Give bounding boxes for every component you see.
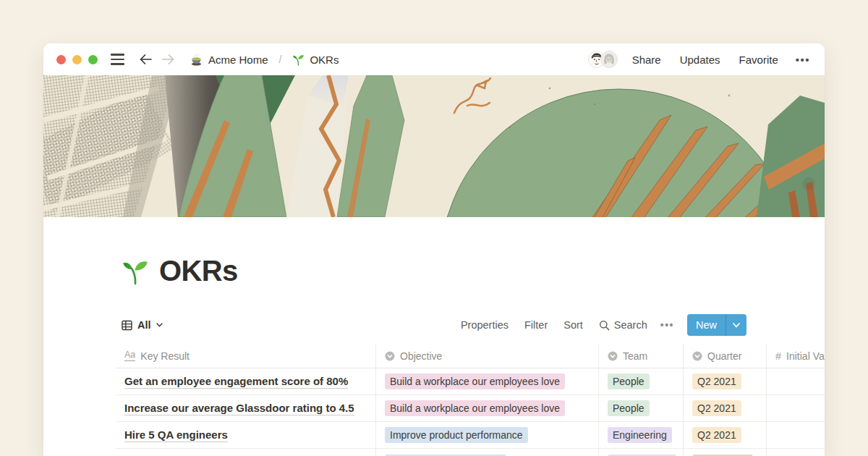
table-header-row: Aa Key Result Objective Team Quarter #	[116, 344, 825, 368]
forward-arrow-icon[interactable]	[161, 54, 175, 65]
quarter-tag[interactable]: Q2 2021	[692, 427, 741, 443]
select-property-icon	[692, 351, 702, 361]
key-result-cell[interactable]	[116, 449, 376, 456]
seedling-icon	[292, 54, 305, 66]
number-property-icon: #	[775, 350, 781, 362]
search-icon	[599, 320, 610, 331]
objective-tag[interactable]: Build a workplace our employees love	[385, 400, 565, 416]
column-header-initial-value[interactable]: # Initial Value	[767, 344, 825, 368]
key-result-cell[interactable]: Increase our average Glassdoor rating to…	[116, 395, 376, 421]
initial-value-cell[interactable]	[767, 395, 825, 421]
team-cell[interactable]: People	[599, 395, 684, 421]
column-label: Key Result	[140, 350, 190, 362]
window-topbar: Acme Home / OKRs	[43, 43, 825, 75]
column-header-team[interactable]: Team	[599, 344, 684, 368]
select-property-icon	[608, 351, 618, 361]
column-header-key-result[interactable]: Aa Key Result	[116, 344, 376, 368]
quarter-tag[interactable]: Q2 2021	[692, 400, 741, 416]
teacup-icon	[190, 53, 203, 67]
column-header-quarter[interactable]: Quarter	[684, 344, 767, 368]
view-tab-label: All	[137, 319, 151, 331]
updates-button[interactable]: Updates	[680, 54, 720, 66]
breadcrumb-page-label[interactable]: OKRs	[310, 54, 339, 66]
table-row: Increase our average Glassdoor rating to…	[116, 395, 825, 422]
key-result-cell[interactable]: Hire 5 QA engineers	[116, 422, 376, 448]
key-result-title[interactable]: Hire 5 QA engineers	[124, 428, 228, 442]
initial-value-cell[interactable]	[767, 449, 825, 456]
objective-cell[interactable]: Build a workplace our employees love	[376, 368, 599, 394]
table-row	[116, 449, 825, 456]
sort-button[interactable]: Sort	[563, 319, 583, 331]
table-row: Hire 5 QA engineers Improve product perf…	[116, 422, 825, 449]
column-header-objective[interactable]: Objective	[376, 344, 599, 368]
app-window: Acme Home / OKRs	[43, 43, 825, 456]
properties-button[interactable]: Properties	[461, 319, 509, 331]
search-label: Search	[614, 319, 647, 331]
zoom-window-button[interactable]	[88, 55, 98, 64]
page-cover	[43, 75, 825, 217]
seedling-icon[interactable]	[122, 258, 149, 285]
database-toolbar: All Properties Filter Sort Search ••• Ne…	[116, 313, 825, 337]
okr-table: Aa Key Result Objective Team Quarter #	[116, 344, 825, 456]
share-button[interactable]: Share	[632, 54, 661, 66]
text-property-icon: Aa	[124, 350, 135, 361]
team-tag[interactable]: People	[608, 373, 650, 389]
column-label: Initial Value	[786, 350, 825, 362]
close-window-button[interactable]	[56, 55, 66, 64]
breadcrumb: Acme Home / OKRs	[190, 53, 339, 67]
select-property-icon	[385, 351, 395, 361]
quarter-cell[interactable]: Q2 2021	[684, 368, 767, 394]
team-cell[interactable]: People	[599, 368, 684, 394]
quarter-cell[interactable]: Q2 2021	[684, 422, 767, 448]
page-header: OKRs	[122, 255, 825, 287]
view-tab-all[interactable]: All	[122, 319, 163, 331]
page-content: OKRs All Properties Filter Sort	[43, 255, 825, 456]
column-label: Objective	[400, 350, 442, 362]
avatar[interactable]	[600, 51, 618, 68]
back-arrow-icon[interactable]	[139, 54, 153, 65]
breadcrumb-separator: /	[279, 54, 282, 65]
initial-value-cell[interactable]	[767, 368, 825, 394]
new-row-button[interactable]: New	[687, 314, 746, 336]
more-options-icon[interactable]: •••	[796, 54, 810, 66]
team-tag[interactable]: Engineering	[608, 427, 672, 443]
new-button-chevron-icon[interactable]	[726, 323, 746, 328]
key-result-title[interactable]: Get an employee engagement score of 80%	[124, 375, 348, 389]
window-controls	[56, 55, 98, 64]
table-row: Get an employee engagement score of 80% …	[116, 368, 825, 395]
quarter-cell[interactable]	[684, 449, 767, 456]
initial-value-cell[interactable]	[767, 422, 825, 448]
breadcrumb-home-label[interactable]: Acme Home	[208, 54, 268, 66]
key-result-title[interactable]: Increase our average Glassdoor rating to…	[124, 402, 354, 415]
search-button[interactable]: Search	[599, 319, 647, 331]
new-button-label: New	[687, 319, 726, 331]
favorite-button[interactable]: Favorite	[739, 54, 778, 66]
chevron-down-icon	[156, 323, 163, 327]
column-label: Quarter	[707, 350, 741, 362]
quarter-tag[interactable]: Q2 2021	[692, 373, 741, 389]
minimize-window-button[interactable]	[72, 55, 82, 64]
objective-cell[interactable]: Improve product performance	[376, 422, 599, 448]
team-cell[interactable]: Engineering	[599, 422, 684, 448]
page-title[interactable]: OKRs	[159, 255, 238, 287]
view-options-icon[interactable]: •••	[660, 319, 674, 331]
objective-tag[interactable]: Improve product performance	[385, 427, 528, 443]
objective-cell[interactable]	[376, 449, 599, 456]
team-tag[interactable]: People	[608, 400, 650, 416]
objective-tag[interactable]: Build a workplace our employees love	[385, 373, 565, 389]
column-label: Team	[623, 350, 647, 362]
team-cell[interactable]	[599, 449, 684, 456]
cover-botanical-illustration	[43, 75, 825, 217]
collaborator-avatars	[588, 51, 618, 68]
filter-button[interactable]: Filter	[524, 319, 548, 331]
sidebar-menu-icon[interactable]	[111, 54, 124, 64]
key-result-cell[interactable]: Get an employee engagement score of 80%	[116, 368, 376, 394]
table-view-icon	[122, 320, 132, 331]
quarter-cell[interactable]: Q2 2021	[684, 395, 767, 421]
objective-cell[interactable]: Build a workplace our employees love	[376, 395, 599, 421]
